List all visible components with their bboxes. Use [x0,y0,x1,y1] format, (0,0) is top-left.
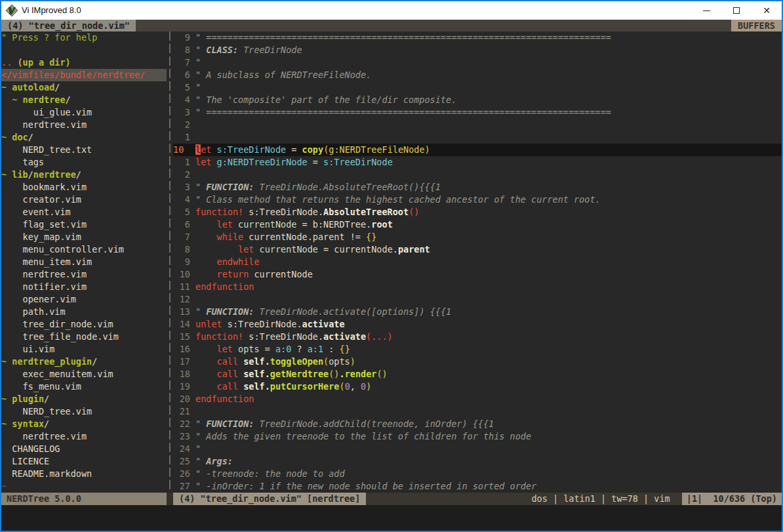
line-number-gap [190,94,195,106]
code-line[interactable]: 11endfunction [173,281,782,293]
line-number-gap [190,194,195,206]
code-text: let currentNode = b:NERDTree.root [195,218,393,231]
tree-item[interactable]: fs_menu.vim [1,380,167,393]
line-number: 13 [173,306,190,318]
line-number: 10 [173,268,190,281]
code-line[interactable]: 2 [173,169,782,181]
tree-item[interactable]: ui.vim [1,343,167,356]
code-line[interactable]: 18 call self.getNerdtree().render() [173,368,782,380]
tree-item[interactable]: menu_item.vim [1,256,167,268]
code-line[interactable]: 3" =====================================… [173,106,782,119]
code-text: " FUNCTION: TreeDirNode.AbsoluteTreeRoot… [195,181,441,194]
tree-item[interactable]: ~ syntax/ [1,418,167,430]
code-line[interactable]: 8 let currentNode = currentNode.parent [173,243,782,256]
tree-item[interactable]: flag_set.vim [1,218,167,231]
close-button[interactable]: ✕ [752,1,782,20]
code-line[interactable]: 4" The 'composite' part of the file/dir … [173,94,782,106]
tree-item[interactable]: opener.vim [1,293,167,306]
code-text: " Class method that returns the highest … [195,194,601,206]
code-line[interactable]: 23" Adds the given treenode to the list … [173,430,782,443]
tree-item[interactable]: " Press ? for help [1,31,167,44]
tree-item[interactable]: tree_dir_node.vim [1,318,167,331]
tree-item[interactable]: ~ doc/ [1,131,167,144]
tree-item[interactable]: exec_menuitem.vim [1,368,167,380]
line-number-gap [190,81,195,94]
code-line[interactable]: 26" -treenode: the node to add [173,468,782,480]
tree-item[interactable]: CHANGELOG [1,443,167,455]
tree-item[interactable]: path.vim [1,306,167,318]
tree-item[interactable]: LICENCE [1,455,167,468]
tree-item[interactable]: ~ plugin/ [1,393,167,405]
code-text: let currentNode = currentNode.parent [195,243,430,256]
code-line[interactable]: 6" A subclass of NERDTreeFileNode. [173,69,782,81]
tree-item[interactable]: key_map.vim [1,231,167,243]
tree-item[interactable]: tree_file_node.vim [1,331,167,343]
code-line[interactable]: 9 endwhile [173,256,782,268]
command-line-area[interactable] [1,505,782,531]
tree-item[interactable]: ui_glue.vim [1,106,167,119]
code-line[interactable]: 7" [173,56,782,69]
code-line[interactable]: 12 [173,293,782,306]
code-line[interactable]: 17 call self.toggleOpen(opts) [173,356,782,368]
line-number: 25 [173,455,190,468]
code-text: let s:TreeDirNode = copy(g:NERDTreeFileN… [195,144,430,156]
tree-item[interactable]: bookmark.vim [1,181,167,194]
code-text: endfunction [195,393,254,405]
code-text: call self.toggleOpen(opts) [195,356,355,368]
code-line[interactable]: 16 let opts = a:0 ? a:1 : {} [173,343,782,356]
vertical-split-separator[interactable] [167,31,173,493]
tree-item[interactable]: ~ lib/nerdtree/ [1,169,167,181]
code-line[interactable]: 24" [173,443,782,455]
status-fill [366,493,531,505]
code-line[interactable]: 3" FUNCTION: TreeDirNode.AbsoluteTreeRoo… [173,181,782,194]
tree-item[interactable]: creator.vim [1,194,167,206]
tree-item[interactable]: NERD_tree.txt [1,144,167,156]
tree-item[interactable]: nerdtree.vim [1,119,167,131]
minimize-button[interactable] [691,1,721,20]
code-line[interactable]: 9" =====================================… [173,31,782,44]
tree-item[interactable]: NERD_tree.vim [1,405,167,418]
tree-item[interactable]: nerdtree.vim [1,268,167,281]
code-line[interactable]: 4" Class method that returns the highest… [173,194,782,206]
tree-item[interactable]: event.vim [1,206,167,218]
code-line[interactable]: 21 [173,405,782,418]
code-line[interactable]: 15function! s:TreeDirNode.activate(...) [173,331,782,343]
gvim-window: Vi IMproved 8.0 ✕ (4) "tree_dir_node.vim… [0,0,783,532]
tree-item[interactable]: </vimfiles/bundle/nerdtree/ [1,69,167,81]
code-line[interactable]: 1let g:NERDTreeDirNode = s:TreeDirNode [173,156,782,169]
tree-item[interactable]: tags [1,156,167,169]
code-line[interactable]: 1 [173,131,782,144]
code-line[interactable]: 13" FUNCTION: TreeDirNode.activate([opti… [173,306,782,318]
line-number: 21 [173,405,190,418]
code-line[interactable]: 20endfunction [173,393,782,405]
code-text: " ======================================… [195,106,611,119]
line-number-gap [190,144,195,156]
tab-active-buffer[interactable]: (4) "tree_dir_node.vim" [1,20,136,31]
code-line-current[interactable]: 10let s:TreeDirNode = copy(g:NERDTreeFil… [173,144,782,156]
code-buffer: 9" =====================================… [173,31,782,493]
code-line[interactable]: 7 while currentNode.parent != {} [173,231,782,243]
tree-item[interactable]: ~ autoload/ [1,81,167,94]
tree-item[interactable]: ~ nerdtree_plugin/ [1,356,167,368]
tree-item[interactable]: nerdtree.vim [1,430,167,443]
line-number: 7 [173,56,190,69]
code-line[interactable]: 8" CLASS: TreeDirNode [173,44,782,56]
tree-item[interactable]: README.markdown [1,468,167,480]
code-line[interactable]: 27" -inOrder: 1 if the new node should b… [173,480,782,493]
tree-item[interactable]: .. (up a dir) [1,56,167,69]
code-line[interactable]: 25" Args: [173,455,782,468]
code-line[interactable]: 6 let currentNode = b:NERDTree.root [173,218,782,231]
code-line[interactable]: 22" FUNCTION: TreeDirNode.addChild(treen… [173,418,782,430]
maximize-button[interactable] [721,1,752,20]
tree-item[interactable]: menu_controller.vim [1,243,167,256]
code-line[interactable]: 2 [173,119,782,131]
line-number: 9 [173,31,190,44]
code-line[interactable]: 19 call self.putCursorHere(0, 0) [173,380,782,393]
code-line[interactable]: 5function! s:TreeDirNode.AbsoluteTreeRoo… [173,206,782,218]
tree-item[interactable]: ~ [1,480,167,493]
code-line[interactable]: 5" [173,81,782,94]
tree-item[interactable]: ~ nerdtree/ [1,94,167,106]
tree-item[interactable]: notifier.vim [1,281,167,293]
code-line[interactable]: 14unlet s:TreeDirNode.activate [173,318,782,331]
code-line[interactable]: 10 return currentNode [173,268,782,281]
